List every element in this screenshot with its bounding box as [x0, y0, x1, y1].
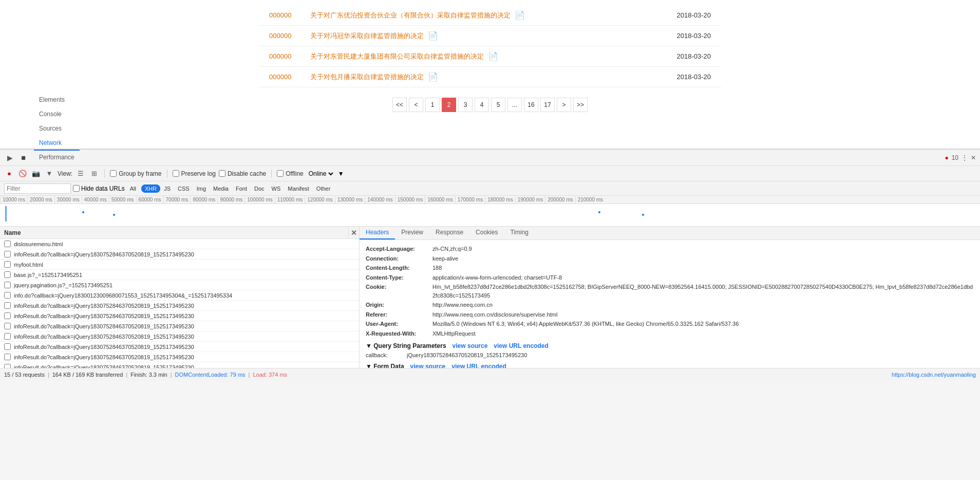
pdf-icon[interactable]: 📄 [515, 10, 525, 20]
request-item[interactable]: infoResult.do?callback=jQuery18307528463… [0, 311, 359, 321]
pagination-page-btn[interactable]: 5 [491, 98, 505, 112]
filter-input[interactable] [4, 183, 71, 194]
pdf-icon[interactable]: 📄 [488, 51, 498, 61]
request-checkbox[interactable] [4, 251, 11, 257]
list-view-icon[interactable]: ☰ [76, 169, 86, 179]
filter-type-btn-manifest[interactable]: Manifest [284, 184, 313, 193]
pagination-page-btn[interactable]: ... [507, 98, 522, 112]
request-checkbox[interactable] [4, 323, 11, 329]
request-checkbox[interactable] [4, 292, 11, 299]
request-item[interactable]: infoResult.do?callback=jQuery18307528463… [0, 249, 359, 260]
pagination-page-btn[interactable]: 1 [425, 98, 440, 112]
request-checkbox[interactable] [4, 241, 11, 247]
request-item[interactable]: jquery.pagination.js?_=1525173495251 [0, 280, 359, 290]
preserve-log-checkbox-label[interactable]: Preserve log [173, 170, 216, 177]
filter-type-btn-xhr[interactable]: XHR [141, 184, 160, 193]
offline-checkbox-label[interactable]: Offline [277, 170, 303, 177]
filter-type-btn-ws[interactable]: WS [268, 184, 285, 193]
details-tab-timing[interactable]: Timing [504, 227, 535, 239]
pagination-page-btn[interactable]: 2 [442, 98, 456, 112]
filter-type-btn-other[interactable]: Other [313, 184, 334, 193]
table-row[interactable]: 000000 关于对包月播采取自律监管措施的决定 📄 2018-03-20 [259, 67, 721, 87]
table-row[interactable]: 000000 关于对冯冠华采取自律监管措施的决定 📄 2018-03-20 [259, 26, 721, 46]
inspect-icon[interactable]: ▶ [4, 152, 15, 163]
pdf-icon[interactable]: 📄 [428, 31, 438, 41]
preserve-log-checkbox[interactable] [173, 170, 179, 177]
close-details-button[interactable]: ✕ [349, 228, 359, 238]
request-item[interactable]: infoResult.do?callback=jQuery18307528463… [0, 352, 359, 362]
pagination-nav-btn[interactable]: > [557, 98, 571, 112]
throttle-dropdown-icon[interactable]: ▼ [338, 170, 344, 177]
devtools-tab-console[interactable]: Console [34, 107, 80, 122]
request-checkbox[interactable] [4, 261, 11, 268]
hide-data-label[interactable]: Hide data URLs [73, 185, 125, 192]
details-tab-headers[interactable]: Headers [360, 227, 395, 239]
request-checkbox[interactable] [4, 271, 11, 278]
filter-all-btn[interactable]: All [127, 185, 139, 192]
request-checkbox[interactable] [4, 282, 11, 288]
devtools-tab-sources[interactable]: Sources [34, 122, 80, 136]
main-page-content: 000000 关于对广东优泊投资合伙企业（有限合伙）采取自律监管措施的决定 📄 … [0, 0, 980, 149]
form-view-source[interactable]: view source [410, 363, 446, 368]
filter-type-btn-media[interactable]: Media [210, 184, 232, 193]
filter-type-btn-img[interactable]: Img [193, 184, 210, 193]
table-row[interactable]: 000000 关于对广东优泊投资合伙企业（有限合伙）采取自律监管措施的决定 📄 … [259, 5, 721, 26]
pagination-nav-btn[interactable]: < [409, 98, 423, 112]
pagination-nav-btn[interactable]: << [392, 98, 407, 112]
throttle-select[interactable]: Online [307, 170, 335, 178]
disable-cache-label: Disable cache [228, 170, 266, 177]
form-view-url[interactable]: view URL encoded [451, 363, 506, 368]
request-checkbox[interactable] [4, 343, 11, 350]
camera-button[interactable]: 📷 [31, 169, 41, 179]
request-item[interactable]: dislosuremenu.html [0, 239, 359, 249]
devtools-tab-performance[interactable]: Performance [34, 151, 80, 165]
grid-view-icon[interactable]: ⊞ [89, 169, 99, 179]
group-frame-checkbox[interactable] [110, 170, 117, 177]
request-checkbox[interactable] [4, 312, 11, 319]
close-devtools-icon[interactable]: ✕ [971, 154, 976, 161]
pdf-icon[interactable]: 📄 [428, 72, 438, 82]
hide-data-checkbox[interactable] [73, 185, 80, 192]
pagination-page-btn[interactable]: 16 [524, 98, 538, 112]
disable-cache-checkbox-label[interactable]: Disable cache [219, 170, 266, 177]
details-tab-cookies[interactable]: Cookies [469, 227, 504, 239]
table-row[interactable]: 000000 关于对东菅民建大厦集团有限公司采取自律监管措施的决定 📄 2018… [259, 46, 721, 67]
device-icon[interactable]: ◾ [17, 152, 29, 163]
devtools-tab-network[interactable]: Network [34, 136, 80, 151]
request-item[interactable]: infoResult.do?callback=jQuery18307528463… [0, 301, 359, 311]
devtools-tab-elements[interactable]: Elements [34, 93, 80, 107]
request-checkbox[interactable] [4, 302, 11, 309]
request-item[interactable]: infoResult.do?callback=jQuery18307528463… [0, 362, 359, 368]
request-item[interactable]: infoResult.do?callback=jQuery18307528463… [0, 342, 359, 352]
query-view-source[interactable]: view source [453, 342, 488, 349]
filter-button[interactable]: ▼ [44, 169, 54, 179]
request-item[interactable]: base.js?_=1525173495251 [0, 270, 359, 280]
request-item[interactable]: myfoot.html [0, 260, 359, 270]
pagination-page-btn[interactable]: 4 [475, 98, 489, 112]
pagination-nav-btn[interactable]: >> [573, 98, 588, 112]
filter-type-btn-doc[interactable]: Doc [251, 184, 268, 193]
requests-list[interactable]: dislosuremenu.htmlinfoResult.do?callback… [0, 239, 359, 368]
details-tab-preview[interactable]: Preview [395, 227, 429, 239]
request-checkbox[interactable] [4, 354, 11, 360]
ruler-tick: 10000 ms [0, 196, 27, 204]
request-name: infoResult.do?callback=jQuery18307528463… [14, 303, 355, 309]
request-checkbox[interactable] [4, 333, 11, 340]
pagination-page-btn[interactable]: 3 [458, 98, 473, 112]
request-checkbox[interactable] [4, 364, 11, 368]
filter-type-btn-font[interactable]: Font [232, 184, 251, 193]
disable-cache-checkbox[interactable] [219, 170, 225, 177]
request-item[interactable]: infoResult.do?callback=jQuery18307528463… [0, 331, 359, 342]
group-frame-checkbox-label[interactable]: Group by frame [110, 170, 161, 177]
filter-type-btn-css[interactable]: CSS [174, 184, 193, 193]
offline-checkbox[interactable] [277, 170, 284, 177]
record-button[interactable]: ● [4, 169, 14, 179]
request-item[interactable]: infoResult.do?callback=jQuery18307528463… [0, 321, 359, 331]
clear-button[interactable]: 🚫 [17, 169, 28, 179]
details-tab-response[interactable]: Response [429, 227, 469, 239]
query-view-url[interactable]: view URL encoded [494, 342, 548, 349]
filter-type-btn-js[interactable]: JS [160, 184, 174, 193]
request-item[interactable]: info.do?callback=jQuery18300123009680071… [0, 290, 359, 301]
pagination-page-btn[interactable]: 17 [540, 98, 555, 112]
dots-icon[interactable]: ⋮ [962, 154, 968, 161]
